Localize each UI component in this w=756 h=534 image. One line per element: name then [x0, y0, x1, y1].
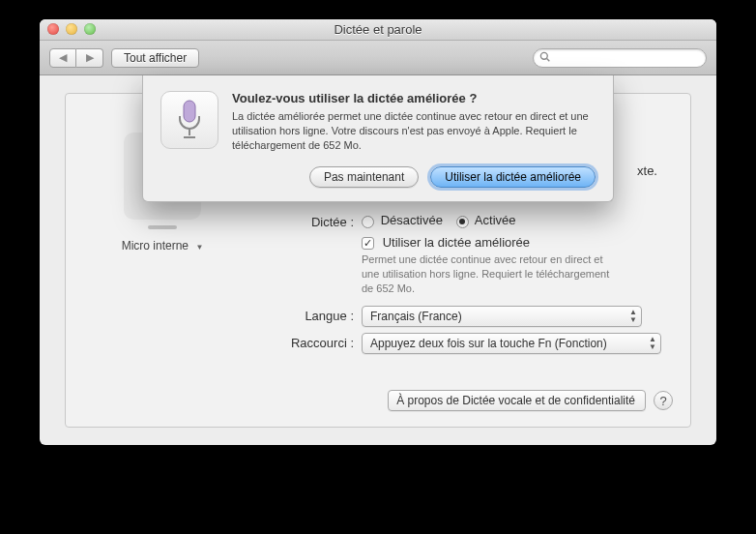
- input-source-label: Micro interne: [122, 239, 189, 252]
- enhanced-checkbox-label: Utiliser la dictée améliorée: [383, 235, 530, 250]
- about-privacy-button[interactable]: À propos de Dictée vocale et de confiden…: [388, 390, 646, 411]
- svg-line-1: [547, 59, 550, 62]
- updown-icon: ▲▼: [649, 336, 656, 351]
- radio-on[interactable]: Activée: [456, 213, 516, 227]
- updown-icon: ▲▼: [629, 309, 637, 324]
- use-enhanced-label: Utiliser la dictée améliorée: [445, 170, 581, 184]
- microphone-icon: [160, 91, 218, 149]
- search-input[interactable]: [554, 51, 700, 65]
- dialog-text: Voulez-vous utiliser la dictée améliorée…: [232, 91, 596, 153]
- language-value: Français (France): [370, 310, 462, 323]
- prefs-window: Dictée et parole ◀ ▶ Tout afficher: [40, 19, 716, 445]
- search-field[interactable]: [533, 48, 707, 68]
- enhanced-checkbox[interactable]: ✓ Utiliser la dictée améliorée: [362, 235, 530, 250]
- forward-button[interactable]: ▶: [76, 48, 103, 68]
- help-icon: ?: [659, 394, 666, 408]
- not-now-button[interactable]: Pas maintenant: [309, 166, 419, 188]
- shortcut-value: Appuyez deux fois sur la touche Fn (Fonc…: [370, 337, 607, 350]
- truncated-background-text: xte.: [637, 163, 657, 178]
- input-source-dropdown[interactable]: Micro interne ▼: [95, 239, 230, 252]
- svg-point-0: [540, 52, 547, 59]
- mic-stand-icon: [148, 225, 177, 229]
- zoom-button[interactable]: [84, 23, 96, 35]
- chevron-left-icon: ◀: [59, 51, 67, 64]
- radio-off-indicator: [362, 216, 374, 228]
- traffic-lights: [47, 23, 96, 35]
- radio-on-indicator: [456, 216, 469, 228]
- minimize-button[interactable]: [66, 23, 77, 35]
- shortcut-label: Raccourci :: [81, 333, 362, 354]
- toolbar: ◀ ▶ Tout afficher: [40, 41, 716, 75]
- dialog-sheet: Voulez-vous utiliser la dictée améliorée…: [142, 75, 614, 202]
- checkbox-indicator: ✓: [362, 237, 374, 250]
- radio-off-label: Désactivée: [381, 213, 443, 227]
- dialog-body: La dictée améliorée permet une dictée co…: [232, 109, 596, 153]
- show-all-label: Tout afficher: [124, 51, 187, 65]
- dialog-title: Voulez-vous utiliser la dictée améliorée…: [232, 91, 596, 105]
- radio-on-label: Activée: [475, 213, 516, 227]
- help-button[interactable]: ?: [654, 391, 673, 410]
- shortcut-row: Raccourci : Appuyez deux fois sur la tou…: [81, 333, 675, 354]
- nav-buttons: ◀ ▶: [49, 48, 103, 68]
- about-privacy-label: À propos de Dictée vocale et de confiden…: [396, 394, 635, 407]
- language-label: Langue :: [81, 306, 362, 327]
- footer-row: À propos de Dictée vocale et de confiden…: [388, 390, 673, 411]
- titlebar: Dictée et parole: [40, 19, 716, 41]
- language-popup[interactable]: Français (France) ▲▼: [362, 306, 642, 327]
- use-enhanced-button[interactable]: Utiliser la dictée améliorée: [430, 166, 596, 188]
- window-title: Dictée et parole: [40, 22, 716, 37]
- search-icon: [539, 51, 550, 64]
- enhanced-description: Permet une dictée continue avec retour e…: [362, 252, 613, 296]
- language-row: Langue : Français (France) ▲▼: [81, 306, 675, 327]
- dialog-buttons: Pas maintenant Utiliser la dictée amélio…: [160, 166, 596, 188]
- back-button[interactable]: ◀: [49, 48, 76, 68]
- svg-rect-2: [184, 101, 195, 122]
- chevron-down-icon: ▼: [195, 243, 203, 252]
- radio-off[interactable]: Désactivée: [362, 213, 443, 227]
- not-now-label: Pas maintenant: [324, 170, 404, 184]
- show-all-button[interactable]: Tout afficher: [111, 48, 199, 68]
- close-button[interactable]: [47, 23, 59, 35]
- shortcut-popup[interactable]: Appuyez deux fois sur la touche Fn (Fonc…: [362, 333, 661, 354]
- chevron-right-icon: ▶: [86, 51, 94, 64]
